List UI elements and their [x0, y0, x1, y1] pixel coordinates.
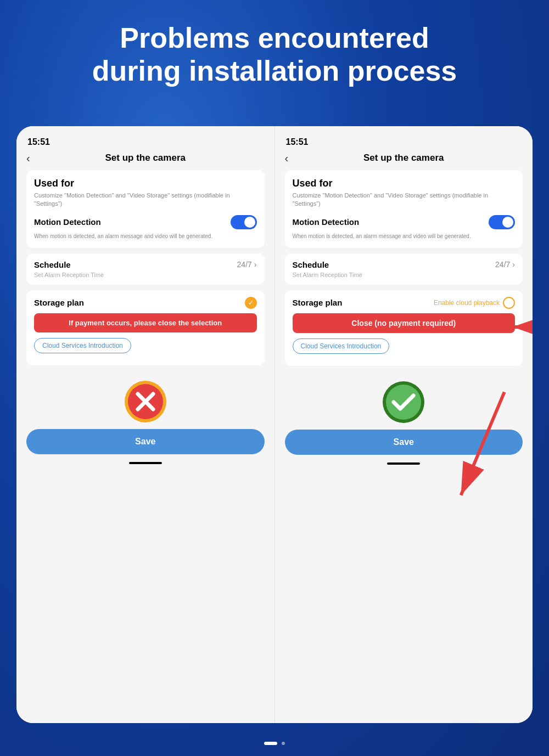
left-schedule-value: 24/7 › — [237, 260, 257, 269]
left-home-indicator — [129, 462, 162, 464]
left-icon-area — [26, 371, 265, 429]
right-cloud-link-text[interactable]: Cloud Services Introduction — [293, 338, 390, 354]
left-used-for-title: Used for — [34, 178, 257, 189]
left-warning-button[interactable]: If payment occurs, please close the sele… — [34, 313, 257, 332]
right-close-button[interactable]: Close (no payment required) — [293, 313, 516, 333]
left-phone-panel: 15:51 ‹ Set up the camera Used for Custo… — [16, 126, 275, 723]
left-error-icon — [124, 380, 167, 424]
right-nav-bar: ‹ Set up the camera — [285, 153, 523, 163]
left-schedule-row[interactable]: Schedule 24/7 › — [34, 260, 257, 269]
left-storage-check-icon[interactable]: ✓ — [245, 297, 257, 309]
right-schedule-row[interactable]: Schedule 24/7 › — [293, 260, 516, 269]
right-status-bar: 15:51 — [285, 137, 523, 147]
right-schedule-value: 24/7 › — [495, 260, 515, 269]
left-status-bar: 15:51 — [26, 137, 265, 147]
right-used-for-desc: Customize "Motion Detection" and "Video … — [293, 191, 516, 208]
right-storage-row: Storage plan Enable cloud playback — [293, 297, 516, 309]
left-used-for-desc: Customize "Motion Detection" and "Video … — [34, 191, 257, 208]
right-back-button[interactable]: ‹ — [285, 152, 289, 165]
left-save-button[interactable]: Save — [26, 429, 265, 454]
right-phone-panel: 15:51 ‹ Set up the camera Used for Custo… — [275, 126, 533, 723]
right-enable-cloud-text: Enable cloud playback — [434, 299, 500, 307]
right-success-icon — [382, 380, 425, 424]
left-used-for-card: Used for Customize "Motion Detection" an… — [26, 170, 265, 248]
right-schedule-card: Schedule 24/7 › Set Alarm Reception Time — [285, 253, 523, 285]
right-home-indicator — [387, 462, 420, 465]
right-storage-circle[interactable] — [503, 297, 515, 309]
right-storage-label: Storage plan — [293, 298, 343, 307]
right-used-for-card: Used for Customize "Motion Detection" an… — [285, 170, 523, 248]
right-motion-row: Motion Detection — [293, 215, 516, 229]
left-schedule-card: Schedule 24/7 › Set Alarm Reception Time — [26, 253, 265, 285]
right-save-button[interactable]: Save — [285, 430, 523, 455]
right-schedule-label: Schedule — [293, 260, 329, 269]
dot-active — [264, 742, 277, 745]
left-cloud-link-text[interactable]: Cloud Services Introduction — [34, 338, 131, 353]
left-motion-toggle[interactable] — [231, 215, 257, 229]
dot-inactive — [282, 742, 285, 745]
left-nav-bar: ‹ Set up the camera — [26, 153, 265, 163]
right-motion-label: Motion Detection — [293, 217, 360, 227]
left-chevron-icon: › — [254, 260, 257, 269]
right-storage-card: Storage plan Enable cloud playback Close… — [285, 290, 523, 366]
page-title: Problems encountered during installation… — [0, 22, 549, 88]
right-cloud-services-link[interactable]: Cloud Services Introduction — [293, 338, 516, 359]
right-used-for-title: Used for — [293, 178, 516, 189]
left-motion-row: Motion Detection — [34, 215, 257, 229]
left-nav-title: Set up the camera — [105, 153, 186, 163]
left-motion-desc: When motion is detected, an alarm messag… — [34, 233, 257, 240]
left-motion-label: Motion Detection — [34, 217, 101, 227]
left-storage-label: Storage plan — [34, 298, 84, 307]
right-motion-toggle[interactable] — [489, 215, 515, 229]
bottom-dots — [0, 742, 549, 745]
right-icon-area — [285, 371, 523, 430]
left-cloud-services-link[interactable]: Cloud Services Introduction — [34, 338, 257, 359]
left-schedule-label: Schedule — [34, 260, 71, 269]
svg-point-5 — [386, 385, 421, 420]
right-nav-title: Set up the camera — [363, 153, 444, 163]
right-schedule-sub: Set Alarm Reception Time — [293, 272, 516, 278]
main-card: 15:51 ‹ Set up the camera Used for Custo… — [16, 126, 533, 723]
left-storage-card: Storage plan ✓ If payment occurs, please… — [26, 290, 265, 365]
left-schedule-sub: Set Alarm Reception Time — [34, 272, 257, 278]
right-motion-desc: When motion is detected, an alarm messag… — [293, 233, 516, 240]
left-storage-row: Storage plan ✓ — [34, 297, 257, 309]
right-chevron-icon: › — [512, 260, 515, 269]
phones-row: 15:51 ‹ Set up the camera Used for Custo… — [16, 126, 533, 723]
left-back-button[interactable]: ‹ — [26, 152, 30, 165]
